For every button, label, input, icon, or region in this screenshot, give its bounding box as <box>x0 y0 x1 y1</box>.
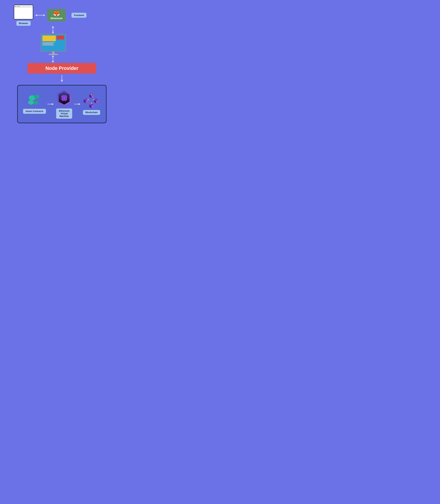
browser-titlebar <box>14 5 33 8</box>
evm-icon <box>55 89 73 107</box>
monitor-line-3 <box>42 45 54 45</box>
monitor-right-panel <box>57 36 64 50</box>
blockchain-label: Blockchain <box>83 110 100 115</box>
metamask-label: Metamask <box>50 17 63 20</box>
chat-bubbles-svg <box>27 94 42 107</box>
monitor-row <box>7 34 117 55</box>
node-provider-label: Node Provider <box>32 66 92 71</box>
svg-point-6 <box>34 95 40 99</box>
h-arrow-right-1-svg <box>47 103 54 105</box>
blockchain-icon <box>82 93 101 108</box>
browser-dot-red <box>15 6 16 7</box>
monitor-display <box>41 34 66 52</box>
evm-blockchain-arrow <box>74 103 81 105</box>
monitor-red-card <box>57 36 64 40</box>
h-double-arrow-icon <box>35 14 45 16</box>
diagram-container: Browser 🦊 Metamask Frontend <box>7 5 117 123</box>
monitor-left-panel <box>42 36 56 50</box>
smart-contracts-icon <box>27 94 42 107</box>
v-arrow-svg <box>52 26 54 34</box>
svg-rect-29 <box>63 97 65 99</box>
monitor-base <box>49 54 58 55</box>
evm-hexagon-svg <box>55 89 73 107</box>
browser-label: Browser <box>16 21 31 26</box>
monitor-line-2 <box>42 43 53 44</box>
monitor-section <box>41 34 66 55</box>
h-arrow-right-2-svg <box>74 103 81 105</box>
browser-window <box>14 5 33 19</box>
frontend-section: Frontend <box>71 13 86 18</box>
top-row: Browser 🦊 Metamask Frontend <box>7 5 117 26</box>
frontend-label: Frontend <box>71 13 86 18</box>
browser-dot-yellow <box>17 6 18 7</box>
evm-label: Ethereum Virtual Machine <box>56 109 72 119</box>
svg-point-42 <box>93 99 95 100</box>
v-arrow-down-svg <box>60 75 63 82</box>
browser-dot-green <box>18 6 19 7</box>
svg-point-38 <box>88 99 89 100</box>
metamask-fox-icon: 🦊 <box>53 10 60 16</box>
metamask-box: 🦊 Metamask Frontend <box>47 9 66 21</box>
blockchain-container: Smart Contracts <box>17 85 107 123</box>
monitor-lines <box>42 42 56 45</box>
v-double-arrow-2-icon <box>52 55 54 63</box>
v-double-arrow-icon <box>52 26 54 34</box>
metamask-section: 🦊 Metamask Frontend <box>47 9 66 21</box>
monitor-yellow-card <box>42 36 56 41</box>
nodeprovider-blockchain-arrow <box>60 75 63 82</box>
browser-section: Browser <box>14 5 33 26</box>
browser-metamask-arrow <box>35 14 45 16</box>
smart-contracts-evm-arrow <box>47 103 54 105</box>
monitor-nodeprovider-arrow <box>7 55 117 63</box>
metamask-frontend-arrow <box>7 26 117 34</box>
monitor-line-1 <box>42 42 55 43</box>
node-provider-box: Node Provider <box>28 63 96 74</box>
v-arrow-2-svg <box>52 55 54 63</box>
svg-point-34 <box>91 94 92 95</box>
smart-contracts-label: Smart Contracts <box>23 109 46 114</box>
svg-point-46 <box>91 103 92 104</box>
browser-content <box>14 8 33 19</box>
evm-item: Ethereum Virtual Machine <box>55 89 73 119</box>
monitor-stand <box>52 52 55 54</box>
blockchain-item: Blockchain <box>82 93 101 115</box>
monitor-wrap <box>41 34 66 55</box>
blockchain-cubes-svg <box>82 93 101 108</box>
smart-contracts-item: Smart Contracts <box>23 94 46 114</box>
